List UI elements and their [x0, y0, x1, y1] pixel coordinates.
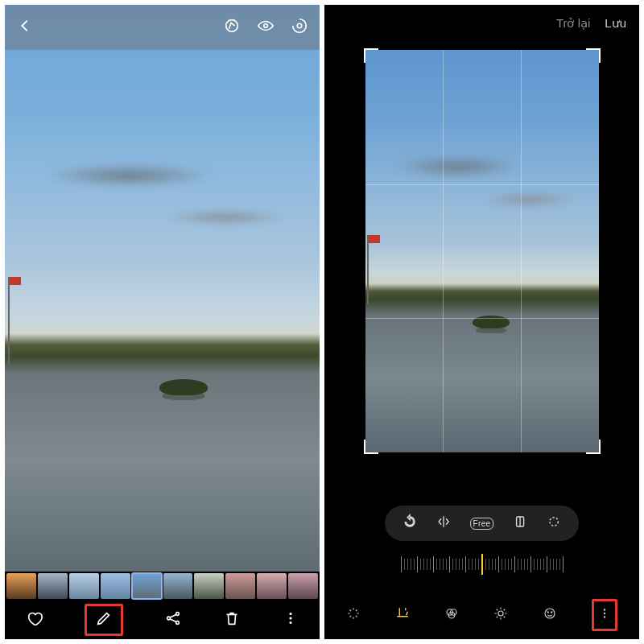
crop-handle-tl[interactable]	[364, 48, 378, 63]
svg-point-16	[547, 612, 548, 613]
thumbnail[interactable]	[194, 573, 224, 599]
editor-footer-tabs	[324, 591, 639, 639]
svg-point-19	[603, 613, 605, 614]
svg-point-15	[545, 609, 555, 618]
crop-rotate-tab[interactable]	[395, 606, 410, 624]
svg-point-17	[551, 612, 551, 613]
edit-button[interactable]	[85, 604, 123, 636]
svg-point-5	[175, 621, 179, 625]
editor-back-button[interactable]: Trở lại	[556, 16, 590, 31]
thumbnail-strip[interactable]	[5, 572, 320, 601]
angle-ruler[interactable]	[324, 551, 639, 578]
visibility-icon[interactable]	[257, 17, 275, 38]
editor-more-button[interactable]	[592, 599, 617, 631]
svg-point-3	[167, 617, 170, 620]
cast-icon[interactable]	[291, 17, 308, 38]
svg-point-10	[550, 518, 559, 526]
svg-point-8	[289, 621, 291, 624]
svg-point-6	[289, 613, 291, 615]
svg-point-18	[603, 609, 605, 610]
crop-handle-bl[interactable]	[364, 440, 378, 454]
transform-toolbar: Free	[385, 506, 580, 541]
svg-point-1	[264, 24, 268, 28]
thumbnail[interactable]	[38, 573, 68, 599]
svg-point-20	[603, 616, 605, 617]
svg-point-7	[289, 617, 291, 619]
svg-point-4	[175, 613, 179, 616]
crop-handle-tr[interactable]	[586, 48, 601, 63]
viewer-footer	[5, 601, 320, 639]
viewer-header	[5, 5, 320, 50]
more-button[interactable]	[282, 609, 299, 630]
thumbnail[interactable]	[101, 573, 130, 599]
adjust-tab[interactable]	[493, 606, 508, 624]
crop-frame[interactable]	[365, 50, 599, 452]
editor-save-button[interactable]: Lưu	[605, 16, 626, 31]
delete-button[interactable]	[223, 609, 241, 630]
favorite-button[interactable]	[26, 609, 43, 630]
filters-tab[interactable]	[444, 606, 459, 624]
lasso-icon[interactable]	[547, 514, 561, 532]
share-button[interactable]	[164, 609, 182, 630]
main-photo[interactable]	[5, 5, 320, 572]
rotate-icon[interactable]	[402, 514, 417, 532]
thumbnail[interactable]	[6, 573, 36, 599]
stickers-tab[interactable]	[543, 606, 557, 624]
editor-header: Trở lại Lưu	[324, 5, 639, 42]
svg-point-2	[297, 23, 302, 28]
thumbnail[interactable]	[69, 573, 99, 599]
auto-enhance-tab[interactable]	[346, 606, 361, 624]
thumbnail[interactable]	[225, 573, 255, 599]
svg-point-0	[226, 20, 238, 32]
svg-point-14	[498, 611, 503, 616]
thumbnail[interactable]	[288, 573, 318, 599]
bixby-vision-icon[interactable]	[223, 17, 241, 38]
back-icon[interactable]	[16, 17, 34, 38]
thumbnail[interactable]	[163, 573, 193, 599]
flip-icon[interactable]	[436, 514, 451, 532]
editor-panel: Trở lại Lưu Free	[324, 5, 639, 639]
thumbnail[interactable]	[257, 573, 287, 599]
crop-handle-br[interactable]	[586, 440, 601, 454]
viewer-panel	[5, 5, 320, 639]
crop-shape-icon[interactable]	[513, 514, 527, 532]
thumbnail[interactable]	[132, 573, 162, 599]
ratio-free-button[interactable]: Free	[470, 518, 494, 530]
